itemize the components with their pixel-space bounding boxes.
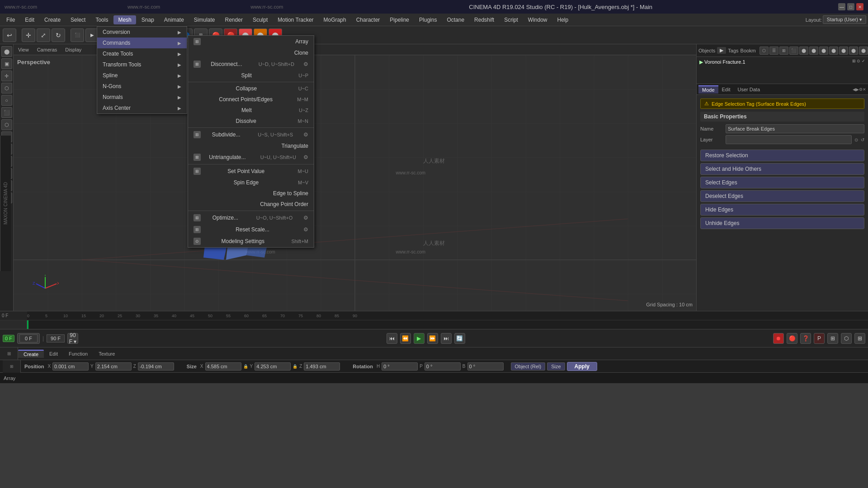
commands-submenu: ⊞ Array Clone ⊠ Disconnect... U~D, U~Shi… bbox=[188, 35, 314, 248]
cmd-edge-to-spline[interactable]: Edge to Spline bbox=[188, 188, 314, 199]
ngons-arrow: ▶ bbox=[178, 84, 181, 89]
optimize-gear: ⚙ bbox=[303, 215, 308, 221]
cmd-untriangulate[interactable]: ⊠ Untriangulate... U~U, U~Shift+U ⚙ bbox=[188, 151, 314, 163]
create-tools-label: Create Tools bbox=[103, 51, 133, 57]
commands-label: Commands bbox=[103, 40, 130, 46]
modeling-icon: ⊙ bbox=[193, 238, 201, 245]
collapse-label: Collapse bbox=[236, 85, 257, 92]
split-label: Split bbox=[241, 72, 251, 79]
clone-label: Clone bbox=[294, 50, 308, 56]
axis-center-label: Axis Center bbox=[103, 105, 131, 111]
sep-1 bbox=[188, 82, 314, 82]
reset-scale-icon: ⊞ bbox=[193, 226, 201, 233]
collapse-shortcut: U~C bbox=[298, 86, 308, 91]
cmd-split[interactable]: Split U~P bbox=[188, 70, 314, 81]
dissolve-label: Dissolve bbox=[236, 118, 256, 124]
untri-icon: ⊠ bbox=[193, 154, 201, 161]
menu-spline[interactable]: Spline ▶ bbox=[97, 70, 187, 81]
triangulate-label: Triangulate bbox=[281, 143, 308, 149]
untri-shortcut: U~U, U~Shift+U bbox=[260, 155, 296, 160]
sep-4 bbox=[188, 211, 314, 211]
dissolve-shortcut: M~N bbox=[297, 118, 308, 124]
connect-points-label: Connect Points/Edges bbox=[219, 96, 273, 103]
optimize-shortcut: U~O, U~Shift+O bbox=[256, 215, 292, 221]
edge-to-spline-label: Edge to Spline bbox=[273, 190, 308, 197]
cmd-disconnect[interactable]: ⊠ Disconnect... U~D, U~Shift+D ⚙ bbox=[188, 58, 314, 70]
modeling-shortcut: Shift+M bbox=[291, 239, 308, 244]
menu-commands[interactable]: Commands ▶ bbox=[97, 38, 187, 48]
menu-normals[interactable]: Normals ▶ bbox=[97, 92, 187, 103]
optimize-label: Optimize... bbox=[212, 215, 238, 221]
cmd-spin-edge[interactable]: Spin Edge M~V bbox=[188, 177, 314, 188]
cmd-clone[interactable]: Clone bbox=[188, 47, 314, 58]
conversion-label: Conversion bbox=[103, 29, 130, 35]
optimize-icon: ⊞ bbox=[193, 214, 201, 221]
cmd-set-point-value[interactable]: ⊞ Set Point Value M~U bbox=[188, 165, 314, 177]
conversion-arrow: ▶ bbox=[178, 30, 181, 35]
transform-tools-label: Transform Tools bbox=[103, 61, 141, 68]
cmd-optimize[interactable]: ⊞ Optimize... U~O, U~Shift+O ⚙ bbox=[188, 212, 314, 224]
spline-label: Spline bbox=[103, 72, 118, 79]
mesh-dropdown: Conversion ▶ Commands ▶ Create Tools ▶ T… bbox=[97, 26, 187, 114]
change-point-order-label: Change Point Order bbox=[260, 201, 308, 207]
cmd-change-point-order[interactable]: Change Point Order bbox=[188, 199, 314, 210]
normals-label: Normals bbox=[103, 94, 123, 100]
subdivide-gear: ⚙ bbox=[303, 131, 308, 138]
reset-scale-gear: ⚙ bbox=[303, 226, 308, 233]
disconnect-gear: ⚙ bbox=[303, 61, 308, 67]
subdivide-icon: ⊞ bbox=[193, 131, 201, 138]
disconnect-icon: ⊠ bbox=[193, 61, 201, 68]
cmd-dissolve[interactable]: Dissolve M~N bbox=[188, 116, 314, 127]
normals-arrow: ▶ bbox=[178, 95, 181, 100]
subdivide-shortcut: U~S, U~Shift+S bbox=[258, 132, 293, 137]
sep-2 bbox=[188, 127, 314, 128]
set-point-value-label: Set Point Value bbox=[227, 168, 264, 174]
disconnect-shortcut: U~D, U~Shift+D bbox=[259, 61, 294, 67]
cmd-connect-points[interactable]: Connect Points/Edges M~M bbox=[188, 94, 314, 105]
split-shortcut: U~P bbox=[298, 73, 308, 78]
untri-gear: ⚙ bbox=[303, 154, 308, 160]
menu-ngons[interactable]: N-Gons ▶ bbox=[97, 81, 187, 92]
connect-shortcut: M~M bbox=[297, 97, 308, 102]
cmd-collapse[interactable]: Collapse U~C bbox=[188, 83, 314, 94]
melt-label: Melt bbox=[241, 107, 252, 113]
reset-scale-label: Reset Scale... bbox=[236, 226, 269, 233]
spin-edge-label: Spin Edge bbox=[234, 179, 259, 186]
cmd-melt[interactable]: Melt U~Z bbox=[188, 105, 314, 116]
subdivide-label: Subdivide... bbox=[212, 131, 241, 138]
axis-center-arrow: ▶ bbox=[178, 106, 181, 111]
set-point-shortcut: M~U bbox=[297, 169, 308, 174]
menu-create-tools[interactable]: Create Tools ▶ bbox=[97, 48, 187, 59]
array-icon: ⊞ bbox=[193, 38, 201, 45]
array-label: Array bbox=[295, 38, 308, 45]
cmd-subdivide[interactable]: ⊞ Subdivide... U~S, U~Shift+S ⚙ bbox=[188, 129, 314, 141]
ngons-label: N-Gons bbox=[103, 83, 121, 89]
set-point-icon: ⊞ bbox=[193, 168, 201, 175]
untriangulate-label: Untriangulate... bbox=[209, 154, 245, 160]
spline-arrow: ▶ bbox=[178, 73, 181, 78]
cmd-triangulate[interactable]: Triangulate bbox=[188, 141, 314, 151]
cmd-array[interactable]: ⊞ Array bbox=[188, 36, 314, 47]
menu-axis-center[interactable]: Axis Center ▶ bbox=[97, 103, 187, 113]
create-tools-arrow: ▶ bbox=[178, 52, 181, 56]
disconnect-label: Disconnect... bbox=[211, 61, 242, 67]
melt-shortcut: U~Z bbox=[299, 108, 308, 113]
sep-3 bbox=[188, 164, 314, 164]
cmd-modeling-settings[interactable]: ⊙ Modeling Settings Shift+M bbox=[188, 235, 314, 247]
transform-tools-arrow: ▶ bbox=[178, 62, 181, 67]
commands-arrow: ▶ bbox=[178, 41, 181, 46]
cmd-reset-scale[interactable]: ⊞ Reset Scale... ⚙ bbox=[188, 224, 314, 235]
dropdown-overlay: Conversion ▶ Commands ▶ Create Tools ▶ T… bbox=[0, 0, 868, 488]
menu-conversion[interactable]: Conversion ▶ bbox=[97, 27, 187, 38]
menu-transform-tools[interactable]: Transform Tools ▶ bbox=[97, 59, 187, 70]
modeling-settings-label: Modeling Settings bbox=[222, 238, 264, 244]
spin-shortcut: M~V bbox=[298, 180, 308, 185]
